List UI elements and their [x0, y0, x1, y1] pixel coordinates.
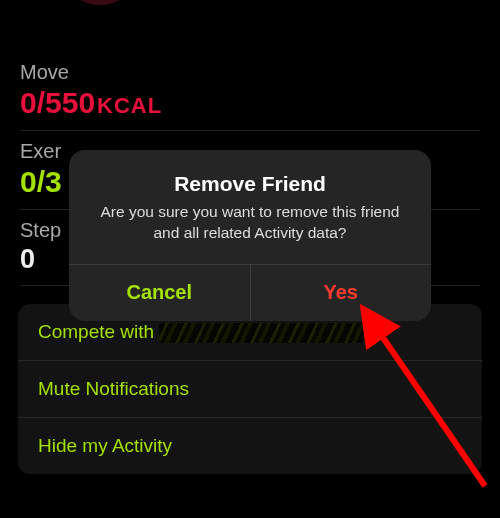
- metric-label-move: Move: [20, 61, 480, 84]
- exercise-value: 0/3: [20, 165, 62, 199]
- dialog-title: Remove Friend: [89, 172, 411, 196]
- steps-value: 0: [20, 244, 35, 275]
- redacted-name: [159, 323, 379, 343]
- move-value: 0/550: [20, 86, 95, 120]
- yes-button[interactable]: Yes: [251, 265, 432, 321]
- metric-value-move: 0/550 KCAL: [20, 86, 480, 120]
- option-hide-activity[interactable]: Hide my Activity: [18, 418, 482, 474]
- option-mute-notifications[interactable]: Mute Notifications: [18, 361, 482, 418]
- cancel-button[interactable]: Cancel: [69, 265, 251, 321]
- dialog-buttons: Cancel Yes: [69, 264, 431, 321]
- metric-move: Move 0/550 KCAL: [20, 52, 480, 131]
- dialog-body: Remove Friend Are you sure you want to r…: [69, 150, 431, 264]
- friend-options-list: Compete with Mute Notifications Hide my …: [18, 304, 482, 474]
- remove-friend-dialog: Remove Friend Are you sure you want to r…: [69, 150, 431, 321]
- move-unit: KCAL: [97, 93, 162, 119]
- option-compete-label: Compete with: [38, 321, 159, 342]
- dialog-message: Are you sure you want to remove this fri…: [89, 202, 411, 244]
- activity-rings-fragment: [60, 0, 160, 15]
